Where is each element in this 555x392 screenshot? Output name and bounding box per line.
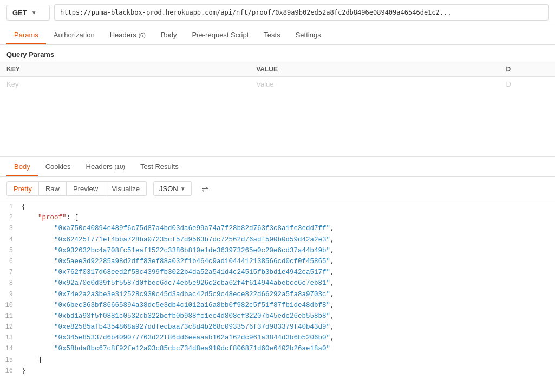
line-number: 13	[0, 332, 22, 343]
query-params-label: Query Params	[0, 45, 555, 62]
code-line: 5 "0x932632bc4a708fc51eaf1522c3386b810e1…	[0, 245, 555, 256]
request-tabs: Params Authorization Headers (6) Body Pr…	[0, 25, 555, 45]
line-content: "0x932632bc4a708fc51eaf1522c3386b810e1de…	[22, 245, 555, 256]
col-header-key: KEY	[0, 62, 250, 77]
line-number: 4	[0, 234, 22, 245]
code-line: 3 "0xa750c40894e489f6c75d87a4bd03da6e99a…	[0, 223, 555, 234]
tab-cookies[interactable]: Cookies	[38, 157, 79, 176]
col-header-d: D	[500, 62, 556, 77]
method-select[interactable]: GET ▼	[6, 5, 50, 21]
response-headers-badge: (10)	[114, 164, 125, 170]
table-row: Key Value D	[0, 77, 555, 92]
code-line: 2 "proof": [	[0, 212, 555, 223]
json-format-label: JSON	[159, 185, 178, 193]
code-line: 1{	[0, 201, 555, 212]
code-line: 15 ]	[0, 355, 555, 365]
code-line: 12 "0xe82585afb4354868a927ddfecbaa73c8d4…	[0, 322, 555, 332]
line-content: "0x345e85337d6b409077763d22f86dd6eeaaab1…	[22, 332, 555, 343]
top-bar: GET ▼	[0, 0, 555, 25]
tab-params[interactable]: Params	[6, 25, 46, 44]
response-tabs: Body Cookies Headers (10) Test Results	[0, 157, 555, 177]
line-number: 3	[0, 223, 22, 234]
line-content: "0x762f0317d68eed2f58c4399fb3022b4da52a5…	[22, 267, 555, 278]
line-content: {	[22, 201, 555, 212]
method-label: GET	[12, 9, 27, 17]
line-content: "0xe82585afb4354868a927ddfecbaa73c8d4b26…	[22, 322, 555, 332]
code-line: 11 "0xbd1a93f5f0881c0532cb322bcfb0b988fc…	[0, 311, 555, 322]
line-number: 9	[0, 289, 22, 300]
code-line: 16}	[0, 365, 555, 376]
line-number: 14	[0, 343, 22, 354]
response-section: Body Cookies Headers (10) Test Results P…	[0, 157, 555, 387]
tab-settings[interactable]: Settings	[288, 25, 329, 44]
line-content: "0xa750c40894e489f6c75d87a4bd03da6e99a74…	[22, 223, 555, 234]
param-d-cell: D	[500, 77, 556, 92]
line-content: "0x58bda8bc67c8f92fe12a03c85cbc734d8ea91…	[22, 343, 555, 354]
line-content: "proof": [	[22, 212, 555, 223]
tab-pre-request[interactable]: Pre-request Script	[185, 25, 257, 44]
tab-authorization[interactable]: Authorization	[46, 25, 102, 44]
param-key-cell[interactable]: Key	[0, 77, 250, 92]
line-content: "0x5aee3d92285a98d2dff83ef88a032f1b464c9…	[22, 256, 555, 267]
line-number: 16	[0, 365, 22, 376]
wrap-icon[interactable]: ⇌	[197, 181, 213, 197]
params-table: KEY VALUE D Key Value D	[0, 62, 555, 92]
line-content: "0x92a70e0d39f5f5587d0fbec6dc74eb5e926c2…	[22, 278, 555, 289]
url-input[interactable]	[54, 4, 549, 21]
format-bar: Pretty Raw Preview Visualize JSON ▼ ⇌	[0, 177, 555, 201]
code-line: 14 "0x58bda8bc67c8f92fe12a03c85cbc734d8e…	[0, 343, 555, 354]
line-number: 15	[0, 355, 22, 365]
line-number: 5	[0, 245, 22, 256]
btn-raw[interactable]: Raw	[39, 181, 67, 196]
json-format-select[interactable]: JSON ▼	[153, 181, 192, 196]
code-line: 9 "0x74e2a2a3be3e312528c930c45d3adbac42d…	[0, 289, 555, 300]
line-content: }	[22, 365, 555, 376]
tab-response-headers[interactable]: Headers (10)	[79, 157, 133, 176]
tab-body[interactable]: Body	[153, 25, 185, 44]
line-number: 7	[0, 267, 22, 278]
code-line: 6 "0x5aee3d92285a98d2dff83ef88a032f1b464…	[0, 256, 555, 267]
line-content: ]	[22, 355, 555, 365]
col-header-value: VALUE	[250, 62, 499, 77]
line-number: 6	[0, 256, 22, 267]
tab-response-body[interactable]: Body	[6, 157, 38, 176]
code-line: 13 "0x345e85337d6b409077763d22f86dd6eeaa…	[0, 332, 555, 343]
line-content: "0xbd1a93f5f0881c0532cb322bcfb0b988fc1ee…	[22, 311, 555, 322]
btn-preview[interactable]: Preview	[67, 181, 105, 196]
line-number: 12	[0, 322, 22, 332]
param-value-cell[interactable]: Value	[250, 77, 499, 92]
line-content: "0x62425f771ef4bba728ba07235cf57d9563b7d…	[22, 234, 555, 245]
tab-headers[interactable]: Headers (6)	[102, 25, 153, 44]
code-line: 4 "0x62425f771ef4bba728ba07235cf57d9563b…	[0, 234, 555, 245]
method-chevron-icon: ▼	[31, 10, 37, 16]
headers-badge: (6)	[138, 32, 145, 38]
line-number: 8	[0, 278, 22, 289]
json-chevron-icon: ▼	[180, 186, 186, 192]
line-content: "0x6bec363bf86665894a38dc5e3db4c1012a16a…	[22, 300, 555, 311]
line-number: 11	[0, 311, 22, 322]
line-number: 10	[0, 300, 22, 311]
middle-spacer	[0, 92, 555, 157]
tab-test-results[interactable]: Test Results	[133, 157, 186, 176]
line-content: "0x74e2a2a3be3e312528c930c45d3adbac42d5c…	[22, 289, 555, 300]
code-line: 7 "0x762f0317d68eed2f58c4399fb3022b4da52…	[0, 267, 555, 278]
btn-pretty[interactable]: Pretty	[6, 181, 39, 196]
line-number: 2	[0, 212, 22, 223]
line-number: 1	[0, 201, 22, 212]
code-line: 10 "0x6bec363bf86665894a38dc5e3db4c1012a…	[0, 300, 555, 311]
btn-visualize[interactable]: Visualize	[105, 181, 147, 196]
code-line: 8 "0x92a70e0d39f5f5587d0fbec6dc74eb5e926…	[0, 278, 555, 289]
tab-tests[interactable]: Tests	[256, 25, 288, 44]
code-area: 1{2 "proof": [3 "0xa750c40894e489f6c75d8…	[0, 201, 555, 387]
